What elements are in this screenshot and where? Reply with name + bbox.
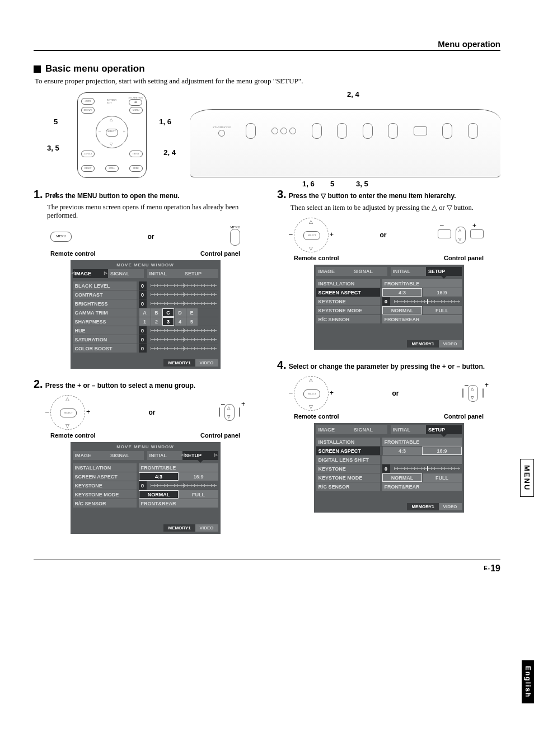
menu-option: 4:3: [382, 288, 422, 297]
panel-btn: [337, 123, 347, 139]
slider-icon: [151, 293, 217, 296]
menu-row-value: 0: [382, 464, 390, 473]
menu-row-value: 0: [139, 281, 147, 290]
menu-window-setup: IMAGE SIGNAL INITIAL SETUP INSTALLATIONF…: [314, 423, 464, 513]
nav-circle-icon: SELECT △ ▽ – +: [50, 395, 85, 430]
remote-label: Remote control: [294, 413, 339, 420]
or-label: or: [149, 408, 156, 416]
menu-row-text: FRONT/TABLE: [139, 463, 218, 472]
menu-row-label: INSTALLATION: [316, 279, 380, 288]
menu-row-options: ABCDE: [139, 308, 218, 317]
escape-button: ESCAPE: [81, 107, 95, 114]
tab-signal: SIGNAL: [352, 267, 387, 276]
menu-row: SCREEN ASPECT4:316:9: [316, 288, 462, 297]
footer-video: VIDEO: [439, 340, 462, 348]
panel-callout-top: 2, 4: [347, 90, 359, 98]
menu-option: NORMAL: [382, 473, 422, 482]
remote-label: Remote control: [294, 255, 339, 261]
menu-option: 5: [186, 317, 198, 326]
menu-row-label: R/C SENSOR: [316, 482, 380, 491]
menu-row: KEYSTONE0: [316, 297, 462, 306]
menu-option: NORMAL: [139, 490, 179, 499]
menu-row-options: 4:316:9: [382, 288, 462, 297]
menu-row: KEYSTONE0: [73, 481, 218, 490]
menu-option: 4:3: [382, 447, 422, 455]
tab-setup: SETUP: [182, 269, 218, 278]
menu-option: A: [139, 308, 151, 317]
step-title: Select or change the parameter by pressi…: [289, 363, 485, 370]
tab-image: IMAGE: [73, 269, 109, 278]
slider-icon: [151, 302, 217, 305]
hide-button: HIDE: [129, 165, 143, 172]
menu-row-options: NORMALFULL: [139, 490, 218, 499]
panel-btn: [363, 123, 373, 139]
menu-row: R/C SENSORFRONT&REAR: [316, 314, 462, 323]
patt-label: PATTERNPATT: [107, 98, 116, 104]
panel-led-icon: [289, 128, 296, 134]
remote-diagram: AUTO PATTERNPATT STANDBY/ON ⏻ ESCAPE MEN…: [56, 92, 168, 178]
menu-option: 3: [162, 317, 174, 326]
menu-row-text: FRONT&REAR: [382, 315, 462, 323]
menu-button-icon: MENU: [50, 232, 72, 242]
menu-option: FULL: [422, 473, 462, 482]
panel-led-icon: [280, 128, 287, 134]
menu-row-value: 0: [139, 290, 147, 299]
menu-option: 16:9: [422, 288, 462, 297]
tab-setup: SETUP: [182, 451, 218, 460]
menu-window-setup: IMAGE SIGNAL INITIAL SETUP INSTALLATIONF…: [314, 265, 464, 350]
panel-label: Control panel: [444, 255, 484, 261]
slider-icon: [151, 338, 217, 341]
menu-window-header: MOVE MENU WINDOW: [73, 444, 218, 449]
slider-icon: [394, 300, 460, 303]
menu-window-setup: MOVE MENU WINDOW IMAGE SIGNAL INITIAL SE…: [71, 442, 221, 534]
menu-row: R/C SENSORFRONT&REAR: [316, 482, 462, 491]
menu-window-image: MOVE MENU WINDOW IMAGE SIGNAL INITIAL SE…: [71, 260, 221, 369]
tab-setup: SETUP: [426, 425, 462, 434]
menu-row-label: HUE: [73, 326, 137, 335]
tab-initial: INITIAL: [391, 425, 427, 434]
tab-signal: SIGNAL: [108, 451, 144, 460]
menu-row: BRIGHTNESS0: [73, 299, 218, 308]
tab-image: IMAGE: [316, 425, 352, 434]
footer-video: VIDEO: [439, 503, 462, 510]
panel-callout-1-6: 1, 6: [302, 180, 315, 188]
step-body: Then select an item to be adjusted by pr…: [291, 203, 500, 212]
section-header: Menu operation: [34, 39, 500, 51]
slider-icon: [394, 467, 460, 470]
menu-row: SHARPNESS12345: [73, 317, 218, 326]
step-number: 1.: [34, 188, 43, 201]
input-button: INPUT: [129, 151, 143, 157]
menu-row: KEYSTONE0: [316, 464, 462, 473]
menu-row-label: SATURATION: [73, 335, 137, 344]
menu-row-text: FRONT/TABLE: [382, 438, 462, 446]
menu-row-value: 0: [382, 297, 390, 306]
menu-option: 4:3: [139, 472, 179, 481]
menu-row-label: COLOR BOOST: [73, 344, 137, 353]
menu-option: 16:9: [422, 447, 462, 455]
menu-row-label: KEYSTONE MODE: [73, 490, 137, 499]
menu-row: INSTALLATIONFRONT/TABLE: [316, 279, 462, 288]
menu-option: D: [174, 308, 186, 317]
menu-row-label: KEYSTONE MODE: [316, 473, 380, 482]
menu-row: INSTALLATIONFRONT/TABLE: [73, 463, 218, 472]
step-number: 4.: [277, 359, 287, 372]
side-tab-menu: MENU: [520, 459, 534, 497]
panel-plus-minus-icon: – △▽ +: [219, 404, 240, 421]
page-number: E-19: [34, 560, 500, 574]
menu-row: CONTRAST0: [73, 290, 218, 299]
square-bullet-icon: [34, 65, 41, 73]
menu-row: R/C SENSORFRONT&REAR: [73, 499, 218, 508]
slider-icon: [151, 284, 217, 287]
panel-callout-3-5: 3, 5: [356, 180, 368, 188]
menu-row-options: 4:316:9: [139, 472, 218, 481]
step-title: Press the ▽ button to enter the menu ite…: [289, 192, 456, 200]
slider-icon: [151, 329, 217, 332]
menu-row: DIGITAL LENS SHIFT: [316, 455, 462, 464]
menu-row-label: GAMMA TRIM: [73, 308, 137, 317]
menu-row-label: R/C SENSOR: [316, 315, 380, 323]
menu-option: 2: [151, 317, 162, 326]
menu-row-label: INSTALLATION: [73, 463, 137, 472]
aspect-button: ASPECT: [81, 151, 95, 157]
menu-row: GAMMA TRIMABCDE: [73, 308, 218, 317]
tab-initial: INITIAL: [391, 267, 427, 276]
